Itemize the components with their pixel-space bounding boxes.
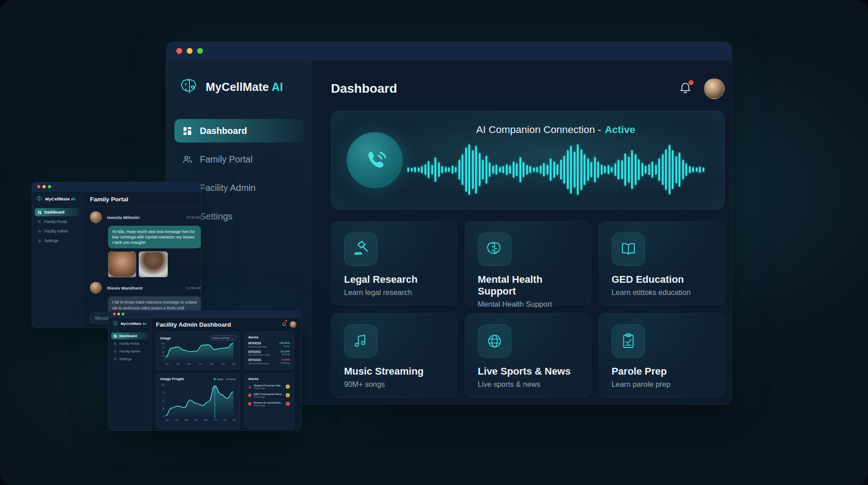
severity-badge bbox=[286, 385, 290, 389]
admin-nav: Dashboard Family Portal Facility Admin S… bbox=[111, 333, 148, 362]
sender-avatar bbox=[90, 211, 102, 223]
family-portal-window: MyCellMate AI Dashboard Family Portal Fa… bbox=[32, 182, 201, 328]
message-time: 11:55 AM bbox=[186, 286, 201, 290]
grid-icon bbox=[38, 210, 42, 214]
open-book-icon bbox=[612, 233, 645, 266]
notifications-button[interactable] bbox=[282, 320, 287, 328]
alerts-list-panel: Alerts Moalue Proxsrotm Ma...3 hours ago… bbox=[244, 373, 294, 429]
card-subtitle: Live sports & news bbox=[478, 380, 578, 389]
card-ged-education[interactable]: GED Education Learn etittoks education bbox=[599, 221, 725, 305]
globe-icon bbox=[478, 324, 511, 358]
minimize-button[interactable] bbox=[187, 48, 193, 54]
facility-admin-window: MyCellMate AI Dashboard Family Portal Fa… bbox=[108, 310, 302, 431]
family-page-title: Family Portal bbox=[83, 191, 201, 207]
users-icon bbox=[182, 154, 193, 165]
stat-value: +52.53% bbox=[279, 342, 290, 344]
usage-profile-panel: Usage Progile Hiage Deate 1007550250 bbox=[156, 373, 240, 429]
user-avatar[interactable] bbox=[704, 78, 725, 99]
message-time: 12:35 AM bbox=[186, 215, 201, 219]
sidebar-item-family-portal[interactable]: Family Portal bbox=[35, 218, 80, 226]
family-content: Family Portal Ioovsla Wilsniin 12:35 AM … bbox=[83, 191, 201, 328]
alert-stat-row[interactable]: 00T00233Lait hommone logs +52.53%Prome bbox=[248, 342, 290, 348]
user-avatar[interactable] bbox=[290, 321, 297, 328]
sidebar-item-settings[interactable]: Settings bbox=[35, 237, 80, 245]
feature-cards: Legal Research Learn legal research Ment… bbox=[331, 221, 725, 397]
card-parole-prep[interactable]: Parole Prep Learn parole prep bbox=[599, 313, 725, 397]
card-mental-health[interactable]: Mental Health Support Mental Health Supp… bbox=[465, 221, 591, 305]
card-subtitle: Learn etittoks education bbox=[612, 288, 712, 297]
bell-icon bbox=[282, 322, 287, 327]
sidebar-item-facility-admin[interactable]: Facility Admin bbox=[35, 227, 80, 235]
card-subtitle: 90M+ songs bbox=[344, 380, 444, 389]
alert-stat-row[interactable]: 03T01521Last hemmones usage 05.15%Decrer… bbox=[248, 350, 290, 357]
sidebar-item-dashboard[interactable]: Dashboard bbox=[35, 208, 80, 216]
sidebar-item-label: Facility Admin bbox=[200, 183, 255, 193]
notification-badge bbox=[285, 320, 287, 322]
app-logo: MyCellMate AI bbox=[113, 321, 151, 327]
sidebar-item-dashboard[interactable]: Dashboard bbox=[111, 333, 148, 339]
stat-value: -5.33% bbox=[281, 358, 290, 361]
card-subtitle: Learn parole prep bbox=[612, 380, 712, 389]
settings-gear-icon bbox=[113, 357, 117, 361]
sidebar-item-settings[interactable]: Settings bbox=[111, 356, 148, 362]
photo-attachment-woman[interactable] bbox=[108, 252, 136, 277]
admin-content: Facility Admin Dashboard Usage Soane an bbox=[151, 318, 301, 431]
gear-icon bbox=[38, 229, 42, 233]
sidebar-item-facility-admin[interactable]: Facility Admin bbox=[111, 348, 148, 355]
usage-profile-area-chart bbox=[165, 384, 233, 418]
maximize-button[interactable] bbox=[122, 313, 124, 315]
admin-titlebar bbox=[108, 311, 301, 318]
panel-title: Alerts bbox=[248, 377, 290, 381]
close-button[interactable] bbox=[176, 48, 182, 54]
y-axis-labels: 1007550250 bbox=[160, 384, 165, 418]
severity-badge bbox=[286, 402, 290, 406]
sender-name: Ioovsla Wilsniin bbox=[107, 215, 140, 220]
card-live-sports-news[interactable]: Live Sports & News Live sports & news bbox=[465, 313, 591, 397]
grid-icon bbox=[113, 334, 117, 338]
brain-logo-icon bbox=[36, 195, 43, 202]
close-button[interactable] bbox=[113, 313, 116, 315]
alert-row[interactable]: Mosiice br monstHcne...3 hours ago bbox=[248, 401, 290, 407]
sidebar-item-family-portal[interactable]: Family Portal bbox=[175, 147, 303, 171]
card-music-streaming[interactable]: Music Streaming 90M+ songs bbox=[331, 313, 457, 397]
close-button[interactable] bbox=[37, 185, 40, 188]
x-axis-labels: JanAprMayJunSepAugDec bbox=[165, 363, 236, 365]
severity-badge bbox=[286, 393, 290, 397]
notification-badge bbox=[689, 80, 693, 85]
card-legal-research[interactable]: Legal Research Learn legal research bbox=[331, 221, 457, 305]
legend-circle bbox=[226, 378, 228, 380]
minimize-button[interactable] bbox=[42, 185, 46, 188]
card-title: Parole Prep bbox=[612, 366, 712, 377]
app-logo: MyCellMate AI bbox=[36, 195, 82, 202]
alert-row[interactable]: QED Cmosupmie Mont...3 hours ago bbox=[248, 393, 290, 399]
family-titlebar bbox=[32, 182, 201, 191]
sender-name: Riesiu Manidvent bbox=[107, 285, 142, 290]
main-titlebar bbox=[166, 42, 731, 60]
sidebar-item-dashboard[interactable]: Dashboard bbox=[175, 119, 303, 143]
family-sidebar: MyCellMate AI Dashboard Family Portal Fa… bbox=[32, 191, 83, 328]
companion-card: AI Companion Connection -Active bbox=[331, 111, 725, 209]
minimize-button[interactable] bbox=[118, 313, 120, 315]
users-icon bbox=[113, 342, 117, 346]
card-subtitle: Mental Health Support bbox=[478, 300, 578, 309]
app-title: MyCellMate AI bbox=[206, 81, 283, 94]
companion-status-title: AI Companion Connection -Active bbox=[476, 124, 635, 136]
message-bubble: Hi Nila, Huey much ssoi ona message hert… bbox=[108, 226, 201, 248]
notifications-button[interactable] bbox=[679, 81, 692, 96]
waveform bbox=[407, 143, 704, 196]
brain-icon bbox=[478, 233, 511, 266]
maximize-button[interactable] bbox=[48, 185, 51, 188]
photo-attachment-child[interactable] bbox=[139, 252, 168, 277]
sidebar-item-family-portal[interactable]: Family Portal bbox=[111, 340, 148, 347]
gear-icon bbox=[113, 350, 117, 353]
alert-stat-row[interactable]: 00TV2221Last frequreive usage -5.33%Decu… bbox=[248, 358, 290, 365]
alert-row[interactable]: Moalue Proxsrotm Ma...3 hours ago bbox=[248, 384, 290, 390]
x-axis-labels: JanFebMarAprMayJunJulAug bbox=[165, 419, 236, 421]
grid-icon bbox=[182, 126, 193, 136]
maximize-button[interactable] bbox=[197, 48, 203, 54]
alert-error-icon bbox=[248, 402, 251, 405]
usage-range-dropdown[interactable]: Soane anehuge⌄ bbox=[210, 335, 236, 341]
y-axis-labels: 1008060200 bbox=[160, 342, 165, 362]
card-title: Legal Research bbox=[344, 274, 444, 285]
sender-avatar bbox=[90, 282, 102, 294]
